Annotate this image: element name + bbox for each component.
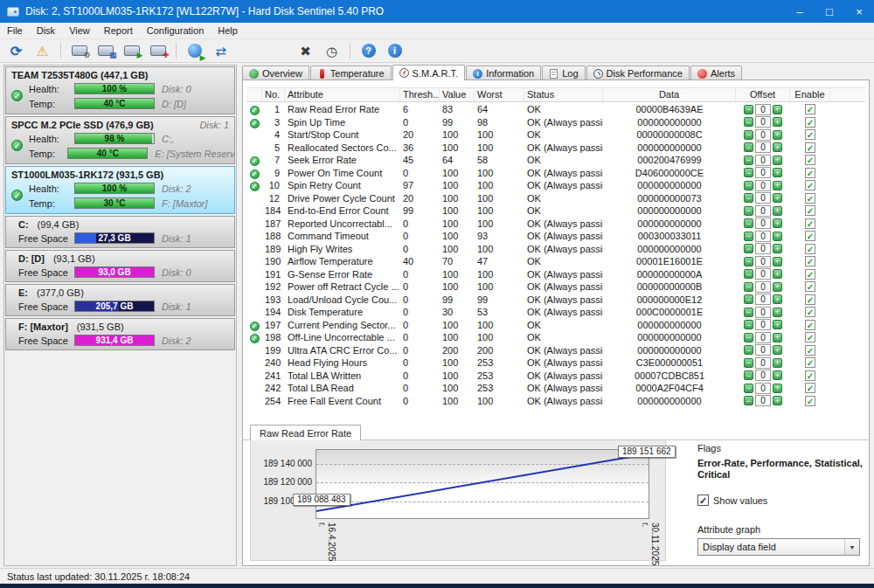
- offset-increase-button[interactable]: +: [773, 358, 782, 368]
- offset-decrease-button[interactable]: −: [744, 320, 753, 329]
- help-button[interactable]: ?: [357, 41, 379, 61]
- attribute-graph-select[interactable]: Display data field ▼: [697, 538, 860, 556]
- minimize-button[interactable]: –: [785, 0, 815, 23]
- offset-increase-button[interactable]: +: [773, 117, 782, 127]
- enable-checkbox[interactable]: ✓: [805, 357, 815, 368]
- smart-attribute-row[interactable]: ✓ 189 High Fly Writes 0 100 100 OK (Alwa…: [246, 243, 865, 256]
- surface-map-button[interactable]: ✖: [295, 41, 316, 61]
- enable-checkbox[interactable]: ✓: [805, 383, 815, 393]
- offset-value[interactable]: 0: [755, 319, 771, 330]
- offset-decrease-button[interactable]: −: [744, 345, 753, 355]
- offset-decrease-button[interactable]: −: [744, 105, 753, 114]
- smart-attribute-row[interactable]: ✓ 192 Power off Retract Cycle ... 0 100 …: [246, 280, 865, 294]
- smart-attribute-row[interactable]: ✓ 191 G-Sense Error Rate 0 100 100 OK (A…: [246, 268, 865, 281]
- offset-decrease-button[interactable]: −: [744, 244, 753, 253]
- partition-item-d[interactable]: D: [D] (93,1 GB) Free Space 93,0 GB Disk…: [5, 250, 235, 282]
- offset-increase-button[interactable]: +: [773, 232, 782, 241]
- close-button[interactable]: ×: [844, 0, 874, 23]
- offset-decrease-button[interactable]: −: [744, 168, 753, 177]
- offset-increase-button[interactable]: +: [773, 105, 782, 114]
- smart-attribute-row[interactable]: ✓ 5 Reallocated Sectors Co... 36 100 100…: [246, 142, 865, 155]
- offset-decrease-button[interactable]: −: [744, 181, 753, 190]
- disk-transfer-button[interactable]: ⇄: [210, 41, 232, 61]
- offset-value[interactable]: 0: [755, 307, 771, 318]
- menu-item-report[interactable]: Report: [97, 24, 140, 38]
- offset-increase-button[interactable]: +: [773, 345, 782, 355]
- tab-log[interactable]: Log: [542, 66, 585, 80]
- disk-item-spcc[interactable]: SPCC M.2 PCIe SSD (476,9 GB) Disk: 1 ✓ H…: [5, 116, 235, 164]
- offset-increase-button[interactable]: +: [773, 257, 782, 266]
- offset-value[interactable]: 0: [755, 268, 771, 280]
- offset-value[interactable]: 0: [755, 142, 771, 153]
- enable-checkbox[interactable]: ✓: [805, 129, 815, 140]
- enable-checkbox[interactable]: ✓: [805, 332, 815, 342]
- enable-checkbox[interactable]: ✓: [805, 396, 815, 406]
- disk-surface-test-button[interactable]: ▦: [94, 41, 116, 61]
- offset-value[interactable]: 0: [755, 155, 771, 166]
- offset-increase-button[interactable]: +: [773, 308, 782, 317]
- disk-item-team[interactable]: TEAM T2535T480G (447,1 GB) ✓ Health: 100…: [5, 66, 235, 114]
- smart-attribute-row[interactable]: ✓ 198 Off-Line Uncorrectable ... 0 100 1…: [246, 331, 865, 344]
- menu-item-help[interactable]: Help: [211, 24, 245, 38]
- smart-attribute-row[interactable]: ✓ 4 Start/Stop Count 20 100 100 OK 00000…: [246, 128, 865, 142]
- disk-item-st1000[interactable]: ST1000LM035-1RK172 (931,5 GB) ✓ Health: …: [5, 166, 235, 214]
- enable-checkbox[interactable]: ✓: [805, 205, 815, 216]
- enable-checkbox[interactable]: ✓: [805, 269, 815, 280]
- smart-attribute-row[interactable]: ✓ 254 Free Fall Event Count 0 100 100 OK…: [246, 395, 865, 408]
- offset-value[interactable]: 0: [755, 218, 771, 229]
- offset-decrease-button[interactable]: −: [744, 358, 753, 368]
- smart-attribute-row[interactable]: ✓ 184 End-to-End Error Count 99 100 100 …: [246, 204, 865, 218]
- smart-attribute-row[interactable]: ✓ 188 Command Timeout 0 100 93 OK (Alway…: [246, 230, 865, 243]
- offset-increase-button[interactable]: +: [773, 181, 782, 190]
- maximize-button[interactable]: □: [815, 0, 844, 23]
- enable-checkbox[interactable]: ✓: [805, 218, 815, 229]
- enable-checkbox[interactable]: ✓: [805, 256, 815, 266]
- offset-decrease-button[interactable]: −: [744, 370, 753, 380]
- menu-item-view[interactable]: View: [62, 24, 97, 38]
- smart-attribute-row[interactable]: ✓ 240 Head Flying Hours 0 100 253 OK (Al…: [246, 356, 865, 370]
- offset-increase-button[interactable]: +: [773, 130, 782, 140]
- tab-temperature[interactable]: Temperature: [310, 66, 392, 80]
- offset-decrease-button[interactable]: −: [744, 257, 753, 266]
- smart-attribute-row[interactable]: ✓ 187 Reported Uncorrectabl... 0 100 100…: [246, 218, 865, 231]
- offset-decrease-button[interactable]: −: [744, 117, 753, 127]
- offset-value[interactable]: 0: [755, 243, 771, 254]
- smart-attribute-row[interactable]: ✓ 197 Current Pending Sector... 0 100 10…: [246, 319, 865, 332]
- tab-information[interactable]: Information: [466, 66, 541, 80]
- offset-decrease-button[interactable]: −: [744, 156, 753, 165]
- info-button[interactable]: i: [384, 41, 406, 61]
- offset-increase-button[interactable]: +: [773, 142, 782, 152]
- offset-increase-button[interactable]: +: [773, 370, 782, 380]
- offset-increase-button[interactable]: +: [773, 384, 782, 393]
- offset-value[interactable]: 0: [755, 180, 771, 191]
- enable-checkbox[interactable]: ✓: [805, 117, 815, 128]
- offset-value[interactable]: 0: [755, 116, 771, 128]
- enable-checkbox[interactable]: ✓: [805, 168, 815, 178]
- offset-value[interactable]: 0: [755, 129, 771, 141]
- smart-attribute-row[interactable]: ✓ 193 Load/Unload Cycle Cou... 0 99 99 O…: [246, 294, 865, 307]
- offset-decrease-button[interactable]: −: [744, 269, 753, 279]
- enable-checkbox[interactable]: ✓: [805, 104, 815, 114]
- disk-settings-button[interactable]: ⚙: [68, 41, 90, 61]
- alert-config-button[interactable]: ⚠: [31, 41, 53, 61]
- offset-value[interactable]: 0: [755, 332, 771, 343]
- offset-value[interactable]: 0: [755, 357, 771, 369]
- offset-increase-button[interactable]: +: [773, 269, 782, 279]
- menu-item-disk[interactable]: Disk: [30, 24, 62, 38]
- offset-decrease-button[interactable]: −: [744, 232, 753, 241]
- enable-checkbox[interactable]: ✓: [805, 294, 815, 305]
- enable-checkbox[interactable]: ✓: [805, 155, 815, 165]
- offset-value[interactable]: 0: [755, 256, 771, 267]
- clock-button[interactable]: ◷: [321, 41, 343, 61]
- show-values-checkbox[interactable]: ✓: [697, 495, 709, 506]
- offset-increase-button[interactable]: +: [773, 168, 782, 177]
- tab-smart[interactable]: S.M.A.R.T.: [392, 65, 466, 80]
- offset-decrease-button[interactable]: −: [744, 218, 753, 228]
- enable-checkbox[interactable]: ✓: [805, 244, 815, 254]
- offset-value[interactable]: 0: [755, 167, 771, 178]
- enable-checkbox[interactable]: ✓: [805, 281, 815, 292]
- offset-decrease-button[interactable]: −: [744, 308, 753, 317]
- refresh-button[interactable]: ⟳: [5, 41, 27, 61]
- smart-attribute-row[interactable]: ✓ 7 Seek Error Rate 45 64 58 OK 00020047…: [246, 154, 865, 167]
- smart-attribute-row[interactable]: ✓ 9 Power On Time Count 0 100 100 OK (Al…: [246, 167, 865, 180]
